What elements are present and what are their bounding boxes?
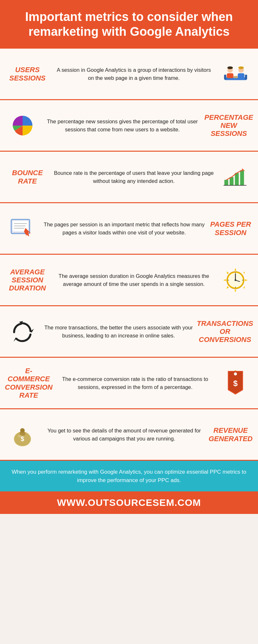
svg-rect-10 xyxy=(224,180,228,185)
footer-url: WWW.OUTSOURCESEM.COM xyxy=(57,497,201,508)
text-pages-per-session: The pages per session is an important me… xyxy=(40,221,208,237)
svg-point-8 xyxy=(238,66,244,69)
svg-marker-25 xyxy=(245,279,248,281)
icon-recycle-arrows xyxy=(5,320,40,343)
icon-bar-chart xyxy=(218,167,253,187)
text-average-session-duration: The average session duration in Google A… xyxy=(50,272,218,288)
svg-marker-29 xyxy=(243,286,245,289)
label-revenue-generated: REVENUEGENERATED xyxy=(208,426,253,443)
label-average-session-duration: AVERAGESESSIONDURATION xyxy=(5,268,50,292)
text-bounce-rate: Bounce rate is the percentage of users t… xyxy=(50,169,218,185)
svg-rect-6 xyxy=(238,73,244,78)
icon-people-meeting xyxy=(218,62,253,86)
text-ecommerce-conversion-rate: The e-commerce conversion rate is the ra… xyxy=(53,375,218,391)
text-users-sessions: A session in Google Analytics is a group… xyxy=(50,66,218,82)
svg-rect-2 xyxy=(245,75,247,80)
label-ecommerce-conversion-rate: E-COMMERCECONVERSIONRATE xyxy=(5,367,53,399)
svg-point-50 xyxy=(18,435,22,438)
svg-marker-26 xyxy=(226,271,229,274)
section-ecommerce-conversion-rate: E-COMMERCECONVERSIONRATE The e-commerce … xyxy=(0,358,258,409)
icon-money-bag: $ xyxy=(5,422,40,447)
svg-marker-24 xyxy=(223,279,226,281)
text-percentage-new-sessions: The percentage new sessions gives the pe… xyxy=(40,118,204,134)
section-average-session-duration: AVERAGESESSIONDURATION The average sessi… xyxy=(0,255,258,306)
svg-marker-28 xyxy=(226,286,229,289)
svg-point-7 xyxy=(227,66,233,69)
page-title: Important metrics to consider when remar… xyxy=(13,10,245,39)
svg-rect-1 xyxy=(224,75,226,80)
text-revenue-generated: You get to see the details of the amount… xyxy=(40,427,208,443)
svg-text:$: $ xyxy=(233,379,238,388)
svg-marker-22 xyxy=(234,268,236,270)
icon-price-tag: $ xyxy=(218,370,253,396)
svg-rect-12 xyxy=(235,173,239,185)
icon-pie-chart xyxy=(5,114,40,137)
svg-point-48 xyxy=(20,428,25,433)
svg-rect-11 xyxy=(230,177,233,185)
footer-teal-text: When you perform remarketing with Google… xyxy=(10,468,248,484)
svg-point-42 xyxy=(234,372,237,375)
icon-email-box xyxy=(5,217,40,240)
icon-clock xyxy=(218,267,253,293)
svg-rect-4 xyxy=(227,73,233,78)
label-percentage-new-sessions: PERCENTAGENEW SESSIONS xyxy=(204,113,253,138)
svg-marker-23 xyxy=(234,289,236,292)
section-bounce-rate: BOUNCERATE Bounce rate is the percentage… xyxy=(0,152,258,203)
text-transactions-conversions: The more transactions, the better the us… xyxy=(40,324,197,340)
svg-rect-13 xyxy=(240,170,244,185)
label-pages-per-session: PAGES PERSESSION xyxy=(208,220,253,237)
svg-rect-9 xyxy=(233,76,238,78)
section-pages-per-session: The pages per session is an important me… xyxy=(0,203,258,255)
footer-orange-bar: WWW.OUTSOURCESEM.COM xyxy=(0,491,258,514)
section-percentage-new-sessions: The percentage new sessions gives the pe… xyxy=(0,100,258,152)
footer-teal-box: When you perform remarketing with Google… xyxy=(0,461,258,491)
svg-point-34 xyxy=(234,279,236,281)
section-transactions-conversions: The more transactions, the better the us… xyxy=(0,306,258,358)
header: Important metrics to consider when remar… xyxy=(0,0,258,49)
svg-marker-27 xyxy=(243,271,245,273)
label-users-sessions: USERSSESSIONS xyxy=(5,66,50,82)
label-bounce-rate: BOUNCERATE xyxy=(5,169,50,185)
label-transactions-conversions: TRANSACTIONSORCONVERSIONS xyxy=(197,319,253,344)
section-users-sessions: USERSSESSIONS A session in Google Analyt… xyxy=(0,49,258,100)
section-revenue-generated: $ You get to see the details of the amou… xyxy=(0,409,258,461)
